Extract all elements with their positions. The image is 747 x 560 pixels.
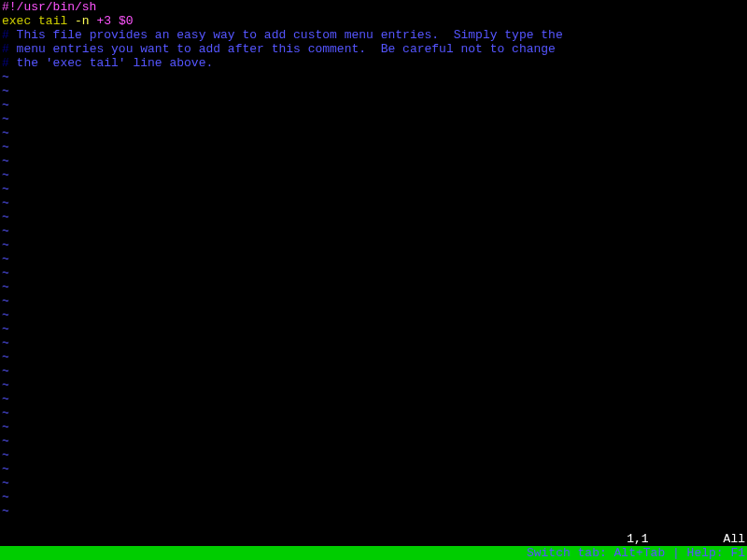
comment-line-2: # menu entries you want to add after thi… bbox=[2, 42, 745, 56]
empty-line-tilde: ~ bbox=[2, 238, 745, 252]
empty-line-tilde: ~ bbox=[2, 280, 745, 294]
exec-num: +3 bbox=[96, 14, 111, 28]
empty-line-tilde: ~ bbox=[2, 406, 745, 420]
shebang-line: #!/usr/bin/sh bbox=[2, 0, 745, 14]
comment-text: menu entries you want to add after this … bbox=[9, 42, 556, 56]
comment-line-3: # the 'exec tail' line above. bbox=[2, 56, 745, 70]
empty-line-tilde: ~ bbox=[2, 140, 745, 154]
empty-line-tilde: ~ bbox=[2, 210, 745, 224]
vim-status-line: "/etc/grub.d/40_custom" 5L, 218B 1,1 All bbox=[0, 532, 747, 546]
empty-line-tilde: ~ bbox=[2, 462, 745, 476]
shebang-text: #!/usr/bin/sh bbox=[2, 0, 96, 14]
comment-hash: # bbox=[2, 42, 9, 56]
empty-line-tilde: ~ bbox=[2, 70, 745, 84]
empty-line-tilde: ~ bbox=[2, 294, 745, 308]
empty-line-tilde: ~ bbox=[2, 392, 745, 406]
tmux-help-hint: Switch tab: Alt+Tab | Help: F1 bbox=[527, 546, 745, 560]
empty-line-tilde: ~ bbox=[2, 336, 745, 350]
empty-line-tilde: ~ bbox=[2, 378, 745, 392]
empty-line-tilde: ~ bbox=[2, 420, 745, 434]
tmux-status-bar: [anaconda]1:main* 2:shell 3:log 4:storag… bbox=[0, 546, 747, 560]
empty-line-tilde: ~ bbox=[2, 434, 745, 448]
empty-line-tilde: ~ bbox=[2, 448, 745, 462]
empty-line-tilde: ~ bbox=[2, 126, 745, 140]
empty-line-tilde: ~ bbox=[2, 490, 745, 504]
editor-viewport[interactable]: #!/usr/bin/sh exec tail -n +3 $0 # This … bbox=[0, 0, 747, 532]
comment-text: This file provides an easy way to add cu… bbox=[9, 28, 563, 42]
empty-line-tilde: ~ bbox=[2, 84, 745, 98]
status-cursor-position: 1,1 bbox=[627, 532, 648, 546]
exec-flag: -n bbox=[75, 14, 90, 28]
empty-line-tilde: ~ bbox=[2, 154, 745, 168]
comment-hash: # bbox=[2, 56, 9, 70]
empty-line-tilde: ~ bbox=[2, 350, 745, 364]
empty-line-tilde: ~ bbox=[2, 224, 745, 238]
empty-line-tilde: ~ bbox=[2, 364, 745, 378]
empty-line-tilde: ~ bbox=[2, 98, 745, 112]
empty-line-tilde: ~ bbox=[2, 266, 745, 280]
empty-line-tilde: ~ bbox=[2, 182, 745, 196]
comment-hash: # bbox=[2, 28, 9, 42]
empty-line-tilde: ~ bbox=[2, 252, 745, 266]
exec-line: exec tail -n +3 $0 bbox=[2, 14, 745, 28]
empty-line-tilde: ~ bbox=[2, 168, 745, 182]
exec-keyword: exec bbox=[2, 14, 31, 28]
empty-line-tilde: ~ bbox=[2, 308, 745, 322]
empty-line-tilde: ~ bbox=[2, 504, 745, 518]
empty-line-tilde: ~ bbox=[2, 322, 745, 336]
status-scroll-indicator: All bbox=[724, 532, 745, 546]
tmux-windows-list[interactable]: [anaconda]1:main* 2:shell 3:log 4:storag… bbox=[2, 546, 483, 560]
exec-arg: $0 bbox=[119, 14, 134, 28]
comment-line-1: # This file provides an easy way to add … bbox=[2, 28, 745, 42]
exec-tail: tail bbox=[38, 14, 67, 28]
empty-line-tilde: ~ bbox=[2, 196, 745, 210]
comment-text: the 'exec tail' line above. bbox=[9, 56, 213, 70]
empty-line-tilde: ~ bbox=[2, 476, 745, 490]
empty-line-tilde: ~ bbox=[2, 112, 745, 126]
